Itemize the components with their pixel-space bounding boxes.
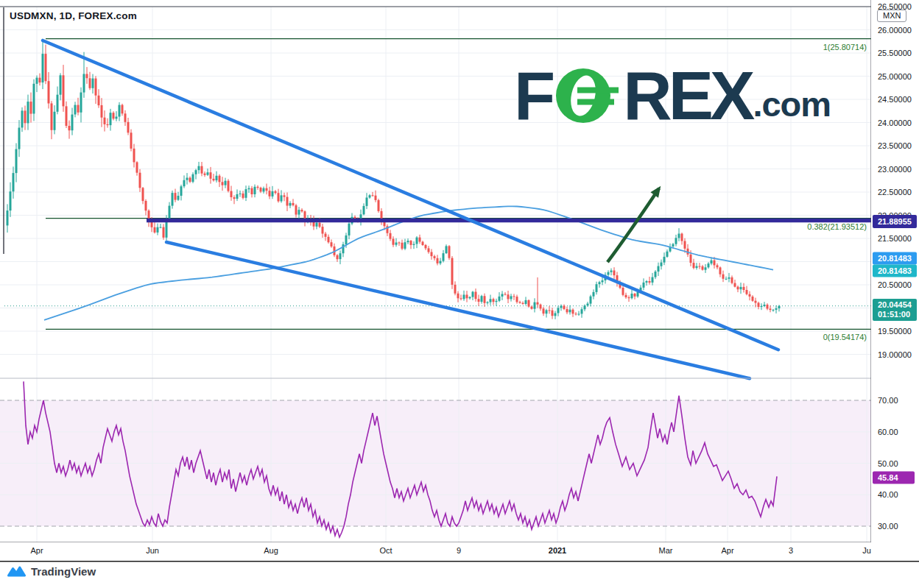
fib-level-label: 0.382(21.93512) [705,222,867,231]
price-tick-label: 23.00000 [878,165,912,174]
price-tick-label: 21.50000 [878,234,912,243]
price-tick-label: 19.00000 [878,350,912,359]
price-tick-label: 25.50000 [878,49,912,57]
time-tick-label: Ju [862,546,871,555]
time-tick-label: Apr [30,546,43,555]
price-tick-label: 25.00000 [878,72,912,81]
price-badge: 20.0445401:51:00 [873,299,917,321]
rsi-tick-label: 40.00 [878,490,898,499]
forex-com: .com [753,84,831,127]
time-tick-label: Mar [659,546,673,555]
price-axis[interactable]: MXN 26.5000026.0000025.5000025.0000024.5… [871,0,919,561]
tradingview-label[interactable]: TradingView [31,565,96,578]
chart-window: USDMXN, 1D, FOREX.com F REX .com 1(25.80… [0,0,919,588]
time-tick-label: 2021 [549,546,566,555]
price-badge: 45.84 [873,472,915,484]
time-tick-label: 9 [457,546,461,555]
rsi-tick-label: 70.00 [878,396,898,405]
price-tick-label: 26.00000 [878,26,912,35]
symbol-title: USDMXN, 1D, FOREX.com [10,10,137,21]
price-badge: 20.81483 [873,252,917,265]
forex-o-icon [555,67,622,124]
price-tick-label: 26.50000 [878,2,912,11]
price-tick-label: 23.50000 [878,141,912,150]
price-tick-label: 24.50000 [878,95,912,104]
rsi-tick-label: 50.00 [878,459,898,468]
price-tick-label: 19.50000 [878,327,912,336]
price-badge: 21.88955 [873,215,917,228]
up-arrow [608,188,659,262]
price-tick-label: 24.00000 [878,118,912,127]
time-tick-label: 3 [789,546,793,555]
fib-level-label: 0(19.54174) [705,333,867,341]
forex-letter-f: F [514,65,552,127]
currency-badge: MXN [877,10,906,22]
forex-watermark: F REX .com [514,65,831,127]
fib-level-label: 1(25.80714) [705,43,867,52]
rsi-tick-label: 30.00 [878,522,898,531]
time-tick-label: Apr [721,546,733,555]
price-tick-label: 22.50000 [878,188,912,196]
footer: TradingView [7,565,96,578]
time-axis[interactable]: AprJunAugOct92021MarApr3Ju [0,542,919,561]
rsi-tick-label: 60.00 [878,428,898,436]
time-tick-label: Aug [264,546,278,555]
price-tick-label: 20.50000 [878,280,912,289]
time-tick-label: Jun [146,546,159,555]
price-badge: 20.81483 [873,265,917,277]
tradingview-icon[interactable] [7,565,26,578]
time-tick-label: Oct [379,546,392,555]
forex-letters-rex: REX [623,65,751,127]
